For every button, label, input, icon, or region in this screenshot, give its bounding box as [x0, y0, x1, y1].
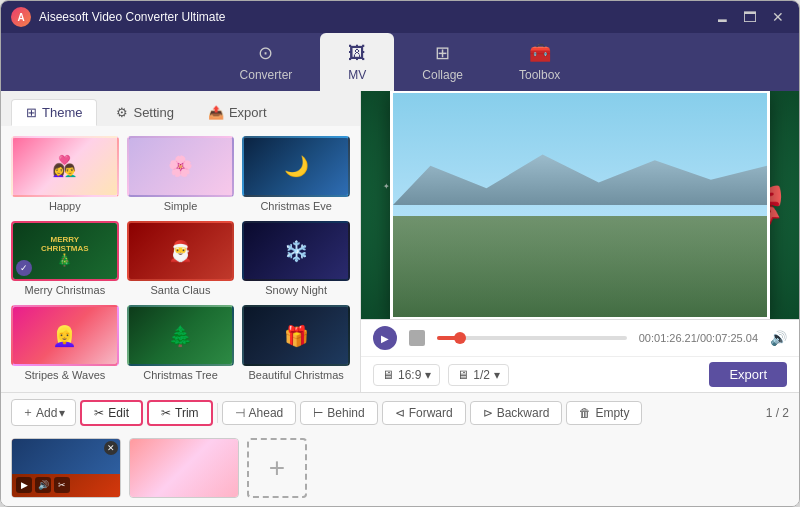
- add-clip-button[interactable]: +: [247, 438, 307, 498]
- app-title: Aiseesoft Video Converter Ultimate: [39, 10, 711, 24]
- theme-grid: 👩‍❤️‍👨 Happy 🌸 Simple 🌙 Christmas: [1, 126, 360, 392]
- theme-beautiful-label: Beautiful Christmas: [248, 369, 343, 381]
- controls-bar2: 🖥 16:9 ▾ 🖥 1/2 ▾ Export: [361, 356, 799, 392]
- clip-1-remove[interactable]: ✕: [104, 441, 118, 455]
- stop-button[interactable]: [409, 330, 425, 346]
- empty-button[interactable]: 🗑 Empty: [566, 401, 642, 425]
- aspect-ratio-value: 16:9: [398, 368, 421, 382]
- tab-converter-label: Converter: [240, 68, 293, 82]
- page-counter: 1 / 2: [766, 406, 789, 420]
- edit-button[interactable]: ✂ Edit: [80, 400, 143, 426]
- subtab-setting-label: Setting: [133, 105, 173, 120]
- subtab-theme-label: Theme: [42, 105, 82, 120]
- subtab-setting[interactable]: ⚙ Setting: [101, 99, 188, 126]
- progress-dot: [454, 332, 466, 344]
- subtab-theme[interactable]: ⊞ Theme: [11, 99, 97, 126]
- theme-merry-christmas[interactable]: MERRYCHRISTMAS 🎄 ✓ Merry Christmas: [11, 221, 119, 298]
- collage-icon: ⊞: [435, 42, 450, 64]
- app-window: A Aiseesoft Video Converter Ultimate 🗕 🗖…: [0, 0, 800, 507]
- tab-toolbox-label: Toolbox: [519, 68, 560, 82]
- forward-icon: ⊲: [395, 406, 405, 420]
- divider: [217, 403, 218, 423]
- clip-1[interactable]: ✕ ▶ 🔊 ✂: [11, 438, 121, 498]
- content-area: ⊞ Theme ⚙ Setting 📤 Export 👩‍❤️‍👨: [1, 91, 799, 392]
- preview-frame: [390, 91, 770, 319]
- trim-icon: ✂: [161, 406, 171, 420]
- left-panel: ⊞ Theme ⚙ Setting 📤 Export 👩‍❤️‍👨: [1, 91, 361, 392]
- theme-grid-icon: ⊞: [26, 105, 37, 120]
- export-button[interactable]: Export: [709, 362, 787, 387]
- theme-christmas-tree-label: Christmas Tree: [143, 369, 218, 381]
- backward-icon: ⊳: [483, 406, 493, 420]
- page-chevron-icon: ▾: [494, 368, 500, 382]
- theme-beautiful-christmas[interactable]: 🎁 Beautiful Christmas: [242, 305, 350, 382]
- clip-1-icons: ▶ 🔊 ✂: [16, 477, 70, 493]
- theme-santa-label: Santa Claus: [151, 284, 211, 296]
- trim-button[interactable]: ✂ Trim: [147, 400, 213, 426]
- converter-icon: ⊙: [258, 42, 273, 64]
- play-badge: ▶: [16, 477, 32, 493]
- controls-bar: ▶ 00:01:26.21/00:07:25.04 🔊: [361, 319, 799, 356]
- setting-icon: ⚙: [116, 105, 128, 120]
- aspect-ratio-select[interactable]: 🖥 16:9 ▾: [373, 364, 440, 386]
- right-panel: ❄ ✦ ❄ ✦ ❄ ✦ ❄ ✦ 🕯️ 🎀: [361, 91, 799, 392]
- tab-converter[interactable]: ⊙ Converter: [212, 33, 321, 91]
- window-controls: 🗕 🗖 ✕: [711, 6, 789, 28]
- ahead-icon: ⊣: [235, 406, 245, 420]
- sub-tabs: ⊞ Theme ⚙ Setting 📤 Export: [1, 91, 360, 126]
- play-button[interactable]: ▶: [373, 326, 397, 350]
- add-chevron-icon: ▾: [59, 406, 65, 420]
- page-value: 1/2: [473, 368, 490, 382]
- minimize-button[interactable]: 🗕: [711, 6, 733, 28]
- thumbnail-strip: ✕ ▶ 🔊 ✂ +: [1, 432, 799, 506]
- subtab-export-label: Export: [229, 105, 267, 120]
- tab-collage-label: Collage: [422, 68, 463, 82]
- toolbox-icon: 🧰: [529, 42, 551, 64]
- volume-icon[interactable]: 🔊: [770, 330, 787, 346]
- bottom-toolbar: ＋ Add ▾ ✂ Edit ✂ Trim ⊣ Ahead ⊢ Behind: [1, 392, 799, 506]
- theme-stripes-waves[interactable]: 👱‍♀️ Stripes & Waves: [11, 305, 119, 382]
- clip-2[interactable]: [129, 438, 239, 498]
- theme-happy[interactable]: 👩‍❤️‍👨 Happy: [11, 136, 119, 213]
- forward-button[interactable]: ⊲ Forward: [382, 401, 466, 425]
- plus-icon: ＋: [22, 404, 34, 421]
- backward-button[interactable]: ⊳ Backward: [470, 401, 563, 425]
- tab-mv-label: MV: [348, 68, 366, 82]
- theme-christmas-eve[interactable]: 🌙 Christmas Eve: [242, 136, 350, 213]
- theme-santa-claus[interactable]: 🎅 Santa Claus: [127, 221, 235, 298]
- time-display: 00:01:26.21/00:07:25.04: [639, 332, 758, 344]
- theme-simple-label: Simple: [164, 200, 198, 212]
- ahead-button[interactable]: ⊣ Ahead: [222, 401, 297, 425]
- app-logo: A: [11, 7, 31, 27]
- behind-button[interactable]: ⊢ Behind: [300, 401, 377, 425]
- toolbar-top: ＋ Add ▾ ✂ Edit ✂ Trim ⊣ Ahead ⊢ Behind: [1, 393, 799, 432]
- audio-badge: 🔊: [35, 477, 51, 493]
- add-button[interactable]: ＋ Add ▾: [11, 399, 76, 426]
- trash-icon: 🗑: [579, 406, 591, 420]
- mv-icon: 🖼: [348, 43, 366, 64]
- theme-snowy-label: Snowy Night: [265, 284, 327, 296]
- page-select[interactable]: 🖥 1/2 ▾: [448, 364, 509, 386]
- edit-icon: ✂: [94, 406, 104, 420]
- tab-toolbox[interactable]: 🧰 Toolbox: [491, 33, 588, 91]
- tab-mv[interactable]: 🖼 MV: [320, 33, 394, 91]
- page-icon: 🖥: [457, 368, 469, 382]
- theme-snowy-night[interactable]: ❄️ Snowy Night: [242, 221, 350, 298]
- progress-bar[interactable]: [437, 336, 627, 340]
- theme-christmas-tree[interactable]: 🌲 Christmas Tree: [127, 305, 235, 382]
- close-button[interactable]: ✕: [767, 6, 789, 28]
- titlebar: A Aiseesoft Video Converter Ultimate 🗕 🗖…: [1, 1, 799, 33]
- ratio-chevron-icon: ▾: [425, 368, 431, 382]
- maximize-button[interactable]: 🗖: [739, 6, 761, 28]
- tab-collage[interactable]: ⊞ Collage: [394, 33, 491, 91]
- theme-simple[interactable]: 🌸 Simple: [127, 136, 235, 213]
- export-icon: 📤: [208, 105, 224, 120]
- preview-area: ❄ ✦ ❄ ✦ ❄ ✦ ❄ ✦ 🕯️ 🎀: [361, 91, 799, 319]
- nav-tabs: ⊙ Converter 🖼 MV ⊞ Collage 🧰 Toolbox: [1, 33, 799, 91]
- theme-happy-label: Happy: [49, 200, 81, 212]
- behind-icon: ⊢: [313, 406, 323, 420]
- theme-merry-christmas-label: Merry Christmas: [24, 284, 105, 296]
- subtab-export[interactable]: 📤 Export: [193, 99, 282, 126]
- edit-badge: ✂: [54, 477, 70, 493]
- theme-stripes-label: Stripes & Waves: [24, 369, 105, 381]
